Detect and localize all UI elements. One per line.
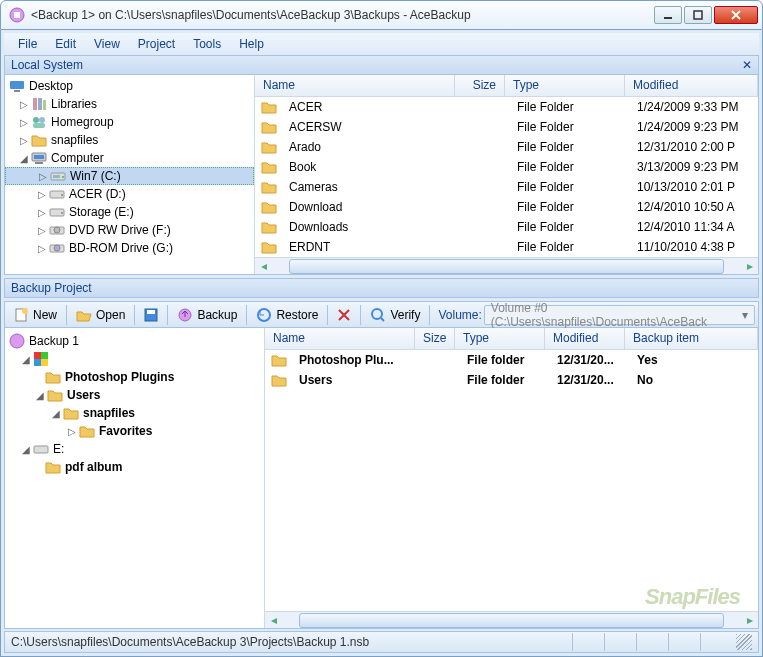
col-modified[interactable]: Modified: [545, 328, 625, 349]
scroll-right-icon[interactable]: ▸: [741, 612, 758, 629]
file-row[interactable]: ACERFile Folder1/24/2009 9:33 PM: [255, 97, 758, 117]
new-button[interactable]: New: [8, 305, 62, 325]
status-path: C:\Users\snapfiles\Documents\AceBackup 3…: [11, 635, 369, 649]
menu-tools[interactable]: Tools: [185, 35, 229, 53]
folder-icon: [261, 159, 277, 175]
file-type: File Folder: [509, 220, 629, 234]
tree-pdfalbum[interactable]: pdf album: [5, 458, 264, 476]
project-tree[interactable]: Backup 1 ◢ Photoshop Plugins ◢ Users ◢ s…: [5, 328, 265, 628]
file-row[interactable]: AradoFile Folder12/31/2010 2:00 P: [255, 137, 758, 157]
open-button[interactable]: Open: [71, 305, 130, 325]
tree-bdrom[interactable]: ▷ BD-ROM Drive (G:): [5, 239, 254, 257]
expand-icon[interactable]: ▷: [17, 117, 31, 128]
menubar: File Edit View Project Tools Help: [4, 33, 759, 55]
tree-win7[interactable]: ▷ Win7 (C:): [5, 167, 254, 185]
file-row[interactable]: UsersFile folder12/31/20...No: [265, 370, 758, 390]
col-modified[interactable]: Modified: [625, 75, 758, 96]
drive-icon: [50, 168, 66, 184]
tree-libraries[interactable]: ▷ Libraries: [5, 95, 254, 113]
tree-backup-root[interactable]: Backup 1: [5, 332, 264, 350]
close-panel-icon[interactable]: ✕: [742, 58, 752, 72]
save-button[interactable]: [139, 304, 163, 326]
verify-button[interactable]: Verify: [365, 305, 425, 325]
collapse-icon[interactable]: ◢: [19, 444, 33, 455]
file-modified: 12/31/20...: [549, 373, 629, 387]
tree-homegroup[interactable]: ▷ Homegroup: [5, 113, 254, 131]
file-row[interactable]: ERDNTFile Folder11/10/2010 4:38 P: [255, 237, 758, 257]
dropdown-icon[interactable]: ▾: [738, 307, 752, 323]
tree-users-snapfiles[interactable]: ◢ snapfiles: [5, 404, 264, 422]
svg-rect-5: [33, 98, 37, 110]
folder-icon: [261, 139, 277, 155]
file-row[interactable]: Photoshop Plu...File folder12/31/20...Ye…: [265, 350, 758, 370]
file-row[interactable]: BookFile Folder3/13/2009 9:23 PM: [255, 157, 758, 177]
windows-drive-icon: [33, 351, 49, 367]
scroll-left-icon[interactable]: ◂: [255, 258, 272, 275]
scrollbar-horizontal[interactable]: ◂ ▸: [255, 257, 758, 274]
file-backup-item: No: [629, 373, 758, 387]
scrollbar-thumb[interactable]: [299, 613, 724, 628]
collapse-icon[interactable]: ◢: [17, 153, 31, 164]
menu-project[interactable]: Project: [130, 35, 183, 53]
file-row[interactable]: CamerasFile Folder10/13/2010 2:01 P: [255, 177, 758, 197]
expand-icon[interactable]: ▷: [17, 99, 31, 110]
expand-icon[interactable]: ▷: [35, 189, 49, 200]
file-row[interactable]: DownloadsFile Folder12/4/2010 11:34 A: [255, 217, 758, 237]
backup-button[interactable]: Backup: [172, 305, 242, 325]
drive-icon: [49, 186, 65, 202]
menu-file[interactable]: File: [10, 35, 45, 53]
tree-desktop[interactable]: Desktop: [5, 77, 254, 95]
svg-point-8: [33, 117, 39, 123]
scrollbar-horizontal[interactable]: ◂ ▸: [265, 611, 758, 628]
tree-edrive[interactable]: ◢ E:: [5, 440, 264, 458]
file-row[interactable]: ACERSWFile Folder1/24/2009 9:23 PM: [255, 117, 758, 137]
local-system-tree[interactable]: Desktop ▷ Libraries ▷ Homegroup ▷ snapfi…: [5, 75, 255, 274]
scrollbar-thumb[interactable]: [289, 259, 724, 274]
svg-rect-33: [34, 352, 41, 359]
menu-view[interactable]: View: [86, 35, 128, 53]
scroll-right-icon[interactable]: ▸: [741, 258, 758, 275]
svg-rect-36: [41, 359, 48, 366]
collapse-icon[interactable]: ◢: [33, 390, 47, 401]
expand-icon[interactable]: ▷: [65, 426, 79, 437]
tree-storage[interactable]: ▷ Storage (E:): [5, 203, 254, 221]
expand-icon[interactable]: ▷: [36, 171, 50, 182]
resize-grip-icon[interactable]: [736, 634, 752, 650]
col-name[interactable]: Name: [265, 328, 415, 349]
tree-cdrive[interactable]: ◢: [5, 350, 264, 368]
expand-icon[interactable]: ▷: [17, 135, 31, 146]
collapse-icon[interactable]: ◢: [49, 408, 63, 419]
expand-icon[interactable]: ▷: [35, 207, 49, 218]
folder-icon: [261, 239, 277, 255]
col-type[interactable]: Type: [505, 75, 625, 96]
menu-help[interactable]: Help: [231, 35, 272, 53]
tree-favorites[interactable]: ▷ Favorites: [5, 422, 264, 440]
collapse-icon[interactable]: ◢: [19, 354, 33, 365]
tree-users[interactable]: ◢ Users: [5, 386, 264, 404]
status-cell: [636, 633, 668, 651]
tree-computer[interactable]: ◢ Computer: [5, 149, 254, 167]
col-name[interactable]: Name: [255, 75, 455, 96]
col-backup-item[interactable]: Backup item: [625, 328, 758, 349]
tree-snapfiles[interactable]: ▷ snapfiles: [5, 131, 254, 149]
file-row[interactable]: DownloadFile Folder12/4/2010 10:50 A: [255, 197, 758, 217]
close-button[interactable]: [714, 6, 758, 24]
col-type[interactable]: Type: [455, 328, 545, 349]
maximize-button[interactable]: [684, 6, 712, 24]
col-size[interactable]: Size: [455, 75, 505, 96]
expand-icon[interactable]: ▷: [35, 243, 49, 254]
tree-dvd[interactable]: ▷ DVD RW Drive (F:): [5, 221, 254, 239]
expand-icon[interactable]: ▷: [35, 225, 49, 236]
menu-edit[interactable]: Edit: [47, 35, 84, 53]
volume-combo[interactable]: Volume #0 (C:\Users\snapfiles\Documents\…: [484, 305, 755, 325]
col-size[interactable]: Size: [415, 328, 455, 349]
svg-point-9: [39, 117, 45, 123]
tree-photoshop[interactable]: Photoshop Plugins: [5, 368, 264, 386]
svg-rect-35: [34, 359, 41, 366]
backup-icon: [177, 307, 193, 323]
scroll-left-icon[interactable]: ◂: [265, 612, 282, 629]
delete-button[interactable]: [332, 304, 356, 326]
restore-button[interactable]: Restore: [251, 305, 323, 325]
minimize-button[interactable]: [654, 6, 682, 24]
tree-acer[interactable]: ▷ ACER (D:): [5, 185, 254, 203]
